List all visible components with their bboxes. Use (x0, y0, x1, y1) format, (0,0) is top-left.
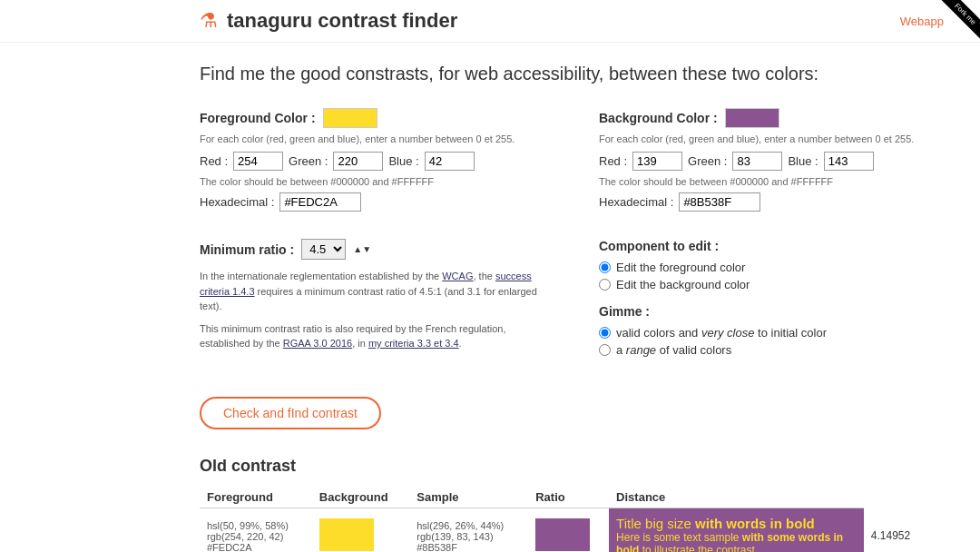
valid-close-label: valid colors and very close to initial c… (616, 326, 827, 340)
background-rgb-row: Red : Green : Blue : (599, 152, 944, 171)
main-content: Find me the good constrasts, for web acc… (0, 43, 980, 552)
distance-cell (926, 508, 944, 553)
table-row: hsl(50, 99%, 58%)rgb(254, 220, 42)#FEDC2… (200, 508, 944, 553)
sample-cell-td (528, 508, 609, 553)
foreground-label: Foreground Color : (200, 108, 544, 128)
fg-constraint: The color should be between #000000 and … (200, 176, 544, 187)
page-heading: Find me the good constrasts, for web acc… (200, 61, 835, 86)
logo-icon: ⚗ (200, 9, 218, 33)
ratio-arrows: ▲▼ (353, 244, 371, 254)
background-swatch (725, 108, 779, 128)
criteria-3-link[interactable]: my criteria 3.3 et 3.4 (368, 338, 459, 349)
check-contrast-button[interactable]: Check and fInd contrast (200, 397, 381, 429)
sample-body: Here is some text sample with some words… (616, 531, 857, 552)
info-text-1: In the internationale reglementation est… (200, 269, 544, 314)
col-ratio: Ratio (528, 487, 609, 508)
app-title: tanaguru contrast finder (227, 9, 457, 33)
header: ⚗ tanaguru contrast finder Webapp Fork m… (0, 0, 980, 43)
options-section: Minimum ratio : 3 4.5 7 ▲▼ In the intern… (200, 239, 944, 370)
check-button-row: Check and fInd contrast (200, 397, 944, 429)
edit-fg-radio-label: Edit the foreground color (616, 261, 745, 274)
col-distance: Distance (609, 487, 864, 508)
sample-title-bold: with words in bold (695, 516, 815, 531)
col-sample: Sample (409, 487, 528, 508)
fork-ribbon: Fork me (926, 0, 980, 54)
header-left: ⚗ tanaguru contrast finder (200, 9, 457, 33)
valid-range-label: a range of valid colors (616, 343, 731, 357)
edit-fg-radio[interactable] (599, 261, 611, 273)
wcag-link[interactable]: WCAG (442, 271, 473, 281)
bg-red-input[interactable] (632, 152, 682, 171)
bg-hex-row: Hexadecimal : (599, 192, 944, 212)
valid-range-radio[interactable] (599, 344, 611, 356)
contrast-table: Foreground Background Sample Ratio Dista… (200, 487, 944, 552)
bg-green-input[interactable] (732, 152, 782, 171)
options-left: Minimum ratio : 3 4.5 7 ▲▼ In the intern… (200, 239, 544, 370)
old-contrast-section: Old contrast Foreground Background Sampl… (200, 457, 944, 552)
valid-close-radio[interactable] (599, 327, 611, 339)
fg-cell: hsl(50, 99%, 58%)rgb(254, 220, 42)#FEDC2… (200, 508, 312, 553)
background-hint: For each color (red, green and blue), en… (599, 133, 944, 144)
gimme-radio-group: valid colors and very close to initial c… (599, 326, 944, 357)
bg-old-swatch (319, 518, 374, 551)
background-color-block: Background Color : For each color (red, … (599, 108, 944, 212)
sample-title: Title big size with words in bold (616, 516, 857, 531)
bg-hex-input[interactable] (679, 192, 760, 212)
foreground-color-block: Foreground Color : For each color (red, … (200, 108, 544, 212)
bg-constraint: The color should be between #000000 and … (599, 176, 944, 187)
fg-hex-input[interactable] (279, 192, 361, 212)
ratio-select[interactable]: 3 4.5 7 (301, 239, 346, 260)
component-label: Component to edit : (599, 239, 944, 253)
foreground-swatch (323, 108, 377, 128)
ratio-label: Minimum ratio : (200, 242, 294, 257)
ratio-row: Minimum ratio : 3 4.5 7 ▲▼ (200, 239, 544, 260)
sample-body-bold: with some words in bold (616, 531, 843, 552)
options-right: Component to edit : Edit the foreground … (599, 239, 944, 370)
bg-blue-label: Blue : (788, 154, 818, 168)
criteria-link[interactable]: success criteria 1.4.3 (200, 271, 532, 297)
col-background: Background (312, 487, 409, 508)
fg-green-input[interactable] (333, 152, 383, 171)
edit-fg-radio-item: Edit the foreground color (599, 261, 944, 274)
edit-bg-radio[interactable] (599, 279, 611, 291)
ratio-cell: 4.14952 (864, 508, 926, 553)
fg-red-label: Red : (200, 154, 228, 168)
bg-color-swatch (535, 518, 590, 551)
fg-hex-row: Hexadecimal : (200, 192, 544, 212)
edit-bg-radio-item: Edit the background color (599, 278, 944, 291)
info-text-2: This minimum contrast ratio is also requ… (200, 321, 544, 351)
bg-blue-input[interactable] (824, 152, 874, 171)
edit-bg-radio-label: Edit the background color (616, 278, 750, 291)
bg-red-label: Red : (599, 154, 627, 168)
background-label: Background Color : (599, 108, 944, 128)
old-contrast-title: Old contrast (200, 457, 944, 476)
sample-text-cell: Title big size with words in bold Here i… (609, 508, 864, 553)
foreground-hint: For each color (red, green and blue), en… (200, 133, 544, 144)
color-inputs-section: Foreground Color : For each color (red, … (200, 108, 944, 212)
fg-blue-input[interactable] (425, 152, 475, 171)
fg-blue-label: Blue : (388, 154, 418, 168)
valid-range-radio-item: a range of valid colors (599, 343, 944, 357)
rgaa-link[interactable]: RGAA 3.0 2016 (283, 338, 352, 349)
gimme-label: Gimme : (599, 304, 944, 319)
valid-close-radio-item: valid colors and very close to initial c… (599, 326, 944, 340)
bg-text-cell: hsl(296, 26%, 44%)rgb(139, 83, 143)#8B53… (409, 508, 528, 553)
fork-ribbon-label: Fork me (938, 0, 980, 41)
bg-hex-label: Hexadecimal : (599, 195, 673, 209)
component-radio-group: Edit the foreground color Edit the backg… (599, 261, 944, 291)
bg-green-label: Green : (688, 154, 727, 168)
foreground-rgb-row: Red : Green : Blue : (200, 152, 544, 171)
col-foreground: Foreground (200, 487, 312, 508)
bg-swatch-cell (312, 508, 409, 553)
fg-green-label: Green : (289, 154, 328, 168)
fg-red-input[interactable] (233, 152, 283, 171)
fg-hex-label: Hexadecimal : (200, 195, 274, 209)
